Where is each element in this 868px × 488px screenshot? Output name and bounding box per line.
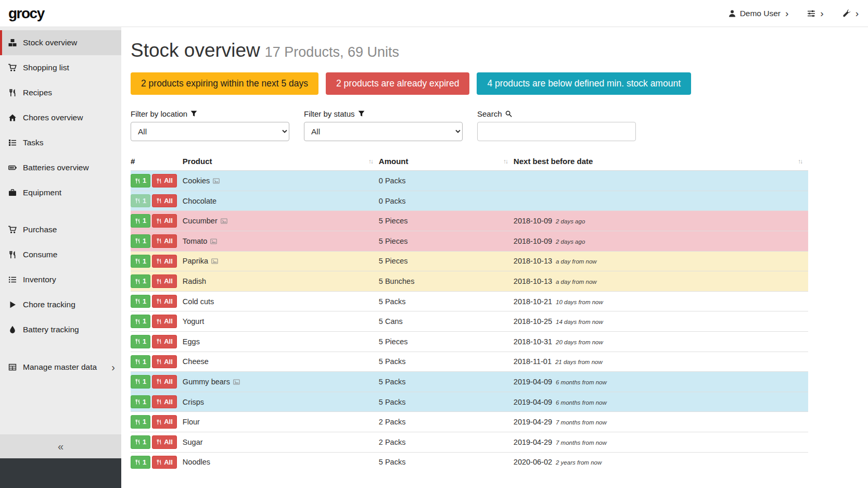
product-name: Sugar — [183, 438, 203, 446]
table-row: 1AllCookies0 Packs — [131, 171, 808, 191]
sidebar-item-label: Battery tracking — [23, 325, 79, 334]
consume-one-button[interactable]: 1 — [131, 355, 150, 369]
sidebar-item-chore-tracking[interactable]: Chore tracking — [0, 292, 121, 317]
danger-alert-button[interactable]: 2 products are already expired — [326, 72, 469, 95]
sidebar-item-label: Inventory — [23, 275, 56, 284]
alerts-row: 2 products expiring within the next 5 da… — [131, 72, 808, 95]
sort-icon[interactable]: ↑↓ — [798, 158, 804, 165]
cart-icon — [8, 64, 18, 72]
cutlery-icon — [156, 198, 162, 204]
table-row: 1AllEggs5 Pieces2018-10-3120 days from n… — [131, 332, 808, 352]
best-before-date: 2018-10-31 — [514, 337, 552, 346]
sidebar-item-consume[interactable]: Consume — [0, 242, 121, 267]
consume-all-button[interactable]: All — [152, 315, 177, 328]
amount-value: 0 Packs — [379, 177, 406, 185]
column-header-best-before[interactable]: Next best before date — [514, 157, 593, 166]
consume-all-button[interactable]: All — [152, 274, 177, 288]
consume-all-button[interactable]: All — [152, 234, 177, 248]
sidebar-item-inventory[interactable]: Inventory — [0, 267, 121, 292]
table-row: 1AllSugar2 Packs2019-04-297 months from … — [131, 432, 808, 452]
consume-one-button[interactable]: 1 — [131, 194, 150, 208]
cutlery-icon — [135, 359, 141, 365]
consume-all-button[interactable]: All — [152, 456, 177, 469]
warning-alert-button[interactable]: 2 products expiring within the next 5 da… — [131, 72, 318, 95]
cutlery-icon — [135, 419, 141, 425]
consume-all-button[interactable]: All — [152, 174, 177, 187]
sidebar-item-recipes[interactable]: Recipes — [0, 80, 121, 105]
cutlery-icon — [8, 89, 18, 97]
cutlery-icon — [156, 279, 162, 284]
sidebar-item-batteries-overview[interactable]: Batteries overview — [0, 155, 121, 180]
sort-icon[interactable]: ↑↓ — [368, 158, 375, 165]
settings-menu[interactable]: › — [807, 8, 823, 18]
wrench-icon — [843, 9, 851, 18]
sidebar-item-manage-master-data[interactable]: Manage master data› — [0, 354, 121, 380]
consume-one-button[interactable]: 1 — [131, 295, 150, 308]
sidebar-item-equipment[interactable]: Equipment — [0, 180, 121, 205]
tint-icon — [8, 326, 18, 334]
consume-one-button[interactable]: 1 — [131, 435, 150, 449]
table-row: 1AllPaprika5 Pieces2018-10-13a day from … — [131, 251, 808, 271]
cutlery-icon — [156, 319, 162, 324]
cutlery-icon — [135, 459, 141, 465]
user-menu-label: Demo User — [740, 9, 781, 18]
consume-one-button[interactable]: 1 — [131, 395, 150, 409]
consume-all-button[interactable]: All — [152, 415, 177, 429]
amount-value: 5 Packs — [379, 357, 406, 366]
consume-all-button[interactable]: All — [152, 335, 177, 348]
consume-one-button[interactable]: 1 — [131, 335, 150, 348]
sidebar-collapse-button[interactable]: « — [0, 434, 121, 458]
consume-all-button[interactable]: All — [152, 295, 177, 308]
sidebar-item-label: Recipes — [23, 88, 52, 97]
consume-all-button[interactable]: All — [152, 214, 177, 228]
topbar-menu: Demo User › › › — [709, 8, 859, 18]
sidebar-item-battery-tracking[interactable]: Battery tracking — [0, 317, 121, 342]
app-logo[interactable]: grocy — [8, 5, 44, 22]
sidebar-item-stock-overview[interactable]: Stock overview — [0, 30, 121, 55]
consume-one-button[interactable]: 1 — [131, 234, 150, 248]
consume-all-button[interactable]: All — [152, 194, 177, 208]
amount-value: 5 Cans — [379, 317, 403, 326]
consume-one-button[interactable]: 1 — [131, 274, 150, 288]
table-row: 1AllCucumber5 Pieces2018-10-092 days ago — [131, 211, 808, 231]
consume-one-button[interactable]: 1 — [131, 255, 150, 268]
best-before-date: 2019-04-09 — [514, 398, 552, 406]
sidebar-item-label: Consume — [23, 250, 57, 259]
user-menu[interactable]: Demo User › — [728, 8, 789, 18]
consume-all-button[interactable]: All — [152, 355, 177, 369]
column-header-product[interactable]: Product — [183, 157, 212, 166]
consume-one-button[interactable]: 1 — [131, 375, 150, 389]
consume-one-button[interactable]: 1 — [131, 315, 150, 328]
chevron-right-icon: › — [820, 8, 823, 18]
consume-one-button[interactable]: 1 — [131, 214, 150, 228]
search-input[interactable] — [477, 122, 636, 141]
sidebar-item-shopping-list[interactable]: Shopping list — [0, 55, 121, 80]
due-relative-text: 21 days from now — [555, 359, 603, 365]
best-before-date: 2019-04-29 — [514, 418, 552, 426]
info-alert-button[interactable]: 4 products are below defined min. stock … — [477, 72, 691, 95]
admin-menu[interactable]: › — [843, 8, 859, 18]
sidebar-item-tasks[interactable]: Tasks — [0, 130, 121, 155]
sidebar-item-chores-overview[interactable]: Chores overview — [0, 105, 121, 130]
consume-all-button[interactable]: All — [152, 435, 177, 449]
consume-one-button[interactable]: 1 — [131, 415, 150, 429]
product-name: Cold cuts — [183, 297, 214, 306]
consume-one-button[interactable]: 1 — [131, 456, 150, 469]
column-header-amount[interactable]: Amount — [379, 157, 409, 166]
consume-all-button[interactable]: All — [152, 255, 177, 268]
consume-all-button[interactable]: All — [152, 395, 177, 409]
cutlery-icon — [135, 279, 141, 284]
cutlery-icon — [135, 319, 141, 324]
product-name: Cucumber — [183, 217, 218, 225]
location-filter-select[interactable]: All — [131, 122, 289, 141]
sidebar-item-purchase[interactable]: Purchase — [0, 217, 121, 242]
status-filter-select[interactable]: All — [304, 122, 463, 141]
consume-all-button[interactable]: All — [152, 375, 177, 389]
consume-one-button[interactable]: 1 — [131, 174, 150, 187]
product-name: Tomato — [183, 237, 208, 245]
sidebar-item-label: Batteries overview — [23, 163, 89, 172]
product-name: Chocolate — [183, 197, 216, 205]
product-name: Paprika — [183, 257, 208, 265]
filter-icon — [358, 110, 365, 117]
sort-icon[interactable]: ↑↓ — [503, 158, 509, 165]
